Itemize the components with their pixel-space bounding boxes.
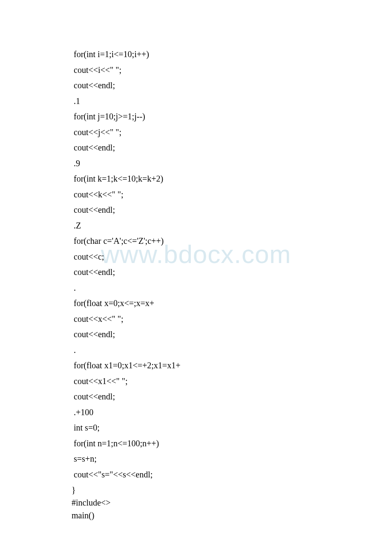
code-line: .9	[72, 159, 392, 168]
code-line: cout<<endl;	[72, 205, 392, 214]
code-line: for(float x1=0;x1<=+2;x1=x1+	[72, 361, 392, 370]
code-line: cout<<j<<" ";	[72, 128, 392, 136]
code-line: for(int k=1;k<=10;k=k+2)	[72, 174, 392, 183]
code-line: for(float x=0;x<=;x=x+	[72, 299, 392, 307]
code-line: cout<<endl;	[72, 330, 392, 338]
code-line: cout<<endl;	[72, 392, 392, 401]
code-line: for(char c='A';c<='Z';c++)	[72, 237, 392, 245]
code-line: .1	[72, 97, 392, 105]
code-line: for(int i=1;i<=10;i++)	[72, 50, 392, 58]
code-line: cout<<endl;	[72, 143, 392, 152]
code-line: cout<<i<<" ";	[72, 66, 392, 74]
code-line: s=s+n;	[72, 454, 392, 463]
code-line: .Z	[72, 221, 392, 230]
code-line: for(int n=1;n<=100;n++)	[72, 439, 392, 448]
code-line: main()	[72, 511, 392, 520]
code-line: .	[72, 346, 392, 354]
code-line: cout<<k<<" ";	[72, 190, 392, 199]
code-line: cout<<x1<<" ";	[72, 377, 392, 385]
code-line: cout<<endl;	[72, 81, 392, 90]
code-line: }	[72, 486, 392, 494]
code-line: .	[72, 283, 392, 292]
document-content: for(int i=1;i<=10;i++) cout<<i<<" "; cou…	[0, 0, 392, 520]
code-line: cout<<endl;	[72, 268, 392, 276]
code-line: int s=0;	[72, 423, 392, 432]
code-line: cout<<"s="<<s<<endl;	[72, 470, 392, 479]
code-line: .+100	[72, 408, 392, 416]
code-line: #include<>	[72, 498, 392, 507]
code-line: cout<<c;	[72, 252, 392, 261]
code-line: for(int j=10;j>=1;j--)	[72, 112, 392, 121]
code-line: cout<<x<<" ";	[72, 315, 392, 323]
